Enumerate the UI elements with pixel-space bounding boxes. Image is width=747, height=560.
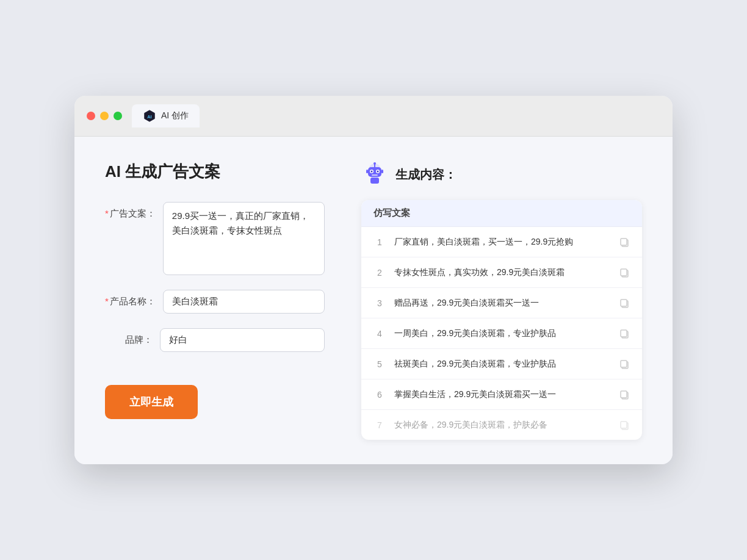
result-num: 6 xyxy=(374,390,386,400)
result-num: 3 xyxy=(374,298,386,308)
svg-point-9 xyxy=(374,162,376,165)
product-name-field-group: *产品名称： xyxy=(105,290,325,314)
ai-tab-icon: AI xyxy=(143,109,156,123)
result-item: 1 厂家直销，美白淡斑霜，买一送一，29.9元抢购 xyxy=(361,227,642,257)
ad-copy-field-group: *广告文案： 29.9买一送一，真正的厂家直销，美白淡斑霜，专抹女性斑点 xyxy=(105,202,325,275)
result-text: 一周美白，29.9元美白淡斑霜，专业护肤品 xyxy=(394,327,610,340)
svg-rect-27 xyxy=(621,422,627,428)
svg-rect-21 xyxy=(621,330,627,337)
generate-button[interactable]: 立即生成 xyxy=(105,385,198,419)
result-item: 6 掌握美白生活，29.9元美白淡斑霜买一送一 xyxy=(361,379,642,410)
result-text: 厂家直销，美白淡斑霜，买一送一，29.9元抢购 xyxy=(394,235,610,248)
result-title: 生成内容： xyxy=(395,167,457,183)
svg-rect-25 xyxy=(621,391,627,398)
result-card: 仿写文案 1 厂家直销，美白淡斑霜，买一送一，29.9元抢购 2 专抹女性斑点，… xyxy=(361,200,642,440)
traffic-lights xyxy=(87,112,122,120)
browser-content: AI 生成广告文案 *广告文案： 29.9买一送一，真正的厂家直销，美白淡斑霜，… xyxy=(74,137,673,464)
svg-point-6 xyxy=(371,171,373,173)
brand-label: 品牌： xyxy=(105,328,160,346)
copy-icon[interactable] xyxy=(619,267,630,278)
browser-window: AI AI 创作 AI 生成广告文案 *广告文案： 29.9买一送一，真正的厂家… xyxy=(74,96,673,464)
close-button[interactable] xyxy=(87,112,95,120)
result-num: 7 xyxy=(374,420,386,430)
result-text: 赠品再送，29.9元美白淡斑霜买一送一 xyxy=(394,296,610,309)
copy-icon[interactable] xyxy=(619,359,630,370)
svg-point-7 xyxy=(377,171,379,173)
svg-rect-11 xyxy=(372,174,378,176)
result-item: 3 赠品再送，29.9元美白淡斑霜买一送一 xyxy=(361,288,642,318)
result-item: 5 祛斑美白，29.9元美白淡斑霜，专业护肤品 xyxy=(361,349,642,379)
copy-icon[interactable] xyxy=(619,420,630,431)
required-star-2: * xyxy=(105,296,109,306)
result-num: 2 xyxy=(374,268,386,278)
brand-input[interactable] xyxy=(160,328,325,352)
copy-icon[interactable] xyxy=(619,328,630,339)
result-item-faded: 7 女神必备，29.9元美白淡斑霜，护肤必备 xyxy=(361,410,642,440)
svg-rect-12 xyxy=(366,170,368,173)
result-text: 祛斑美白，29.9元美白淡斑霜，专业护肤品 xyxy=(394,357,610,370)
svg-rect-23 xyxy=(621,361,627,367)
right-panel: 生成内容： 仿写文案 1 厂家直销，美白淡斑霜，买一送一，29.9元抢购 2 xyxy=(361,161,642,440)
result-text: 女神必备，29.9元美白淡斑霜，护肤必备 xyxy=(394,418,610,431)
result-item: 4 一周美白，29.9元美白淡斑霜，专业护肤品 xyxy=(361,318,642,349)
left-panel: AI 生成广告文案 *广告文案： 29.9买一送一，真正的厂家直销，美白淡斑霜，… xyxy=(105,161,325,440)
ad-copy-label: *广告文案： xyxy=(105,202,163,220)
required-star-1: * xyxy=(105,208,109,218)
brand-field-group: 品牌： xyxy=(105,328,325,352)
svg-rect-13 xyxy=(381,170,383,173)
ad-copy-textarea[interactable]: 29.9买一送一，真正的厂家直销，美白淡斑霜，专抹女性斑点 xyxy=(163,202,325,275)
browser-titlebar: AI AI 创作 xyxy=(74,96,673,137)
svg-rect-17 xyxy=(621,269,627,276)
result-num: 5 xyxy=(374,359,386,369)
product-name-label: *产品名称： xyxy=(105,290,163,307)
page-title: AI 生成广告文案 xyxy=(105,161,325,182)
tab-label: AI 创作 xyxy=(161,110,189,121)
robot-icon xyxy=(361,161,388,188)
svg-rect-15 xyxy=(621,239,627,245)
copy-icon[interactable] xyxy=(619,389,630,400)
result-card-header: 仿写文案 xyxy=(361,200,642,227)
svg-rect-19 xyxy=(621,300,627,306)
svg-rect-10 xyxy=(370,178,379,184)
result-num: 4 xyxy=(374,329,386,339)
result-num: 1 xyxy=(374,237,386,247)
ai-tab[interactable]: AI AI 创作 xyxy=(132,104,200,127)
result-item: 2 专抹女性斑点，真实功效，29.9元美白淡斑霜 xyxy=(361,257,642,288)
result-text: 掌握美白生活，29.9元美白淡斑霜买一送一 xyxy=(394,388,610,401)
copy-icon[interactable] xyxy=(619,237,630,248)
svg-text:AI: AI xyxy=(147,114,151,120)
result-list: 1 厂家直销，美白淡斑霜，买一送一，29.9元抢购 2 专抹女性斑点，真实功效，… xyxy=(361,227,642,440)
result-text: 专抹女性斑点，真实功效，29.9元美白淡斑霜 xyxy=(394,266,610,279)
result-header: 生成内容： xyxy=(361,161,642,188)
minimize-button[interactable] xyxy=(100,112,109,120)
maximize-button[interactable] xyxy=(114,112,122,120)
product-name-input[interactable] xyxy=(163,290,325,314)
copy-icon[interactable] xyxy=(619,298,630,309)
